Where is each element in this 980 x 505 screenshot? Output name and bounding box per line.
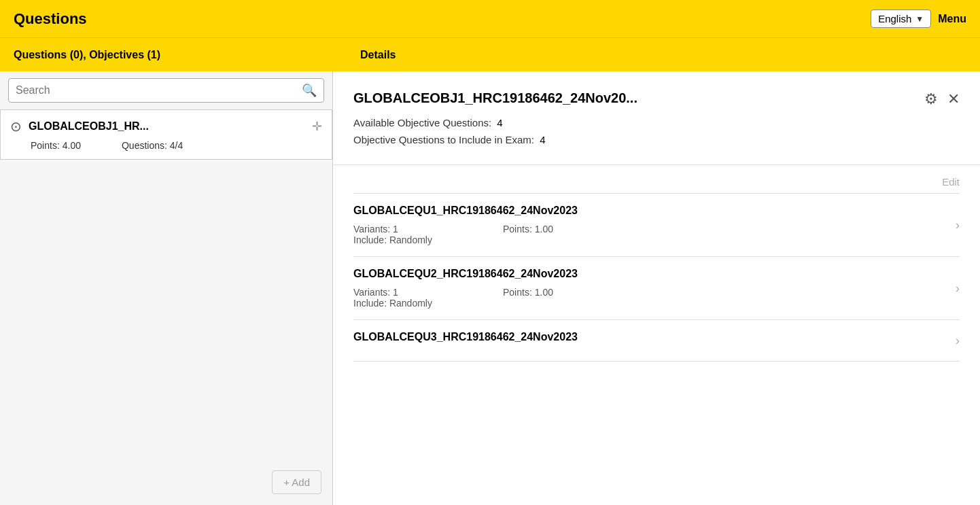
points-value: 4.00 — [63, 140, 81, 151]
question-item[interactable]: GLOBALCEQU2_HRC19186462_24Nov2023 Varian… — [353, 256, 960, 319]
points-row: Points: 1.00 — [503, 224, 960, 234]
detail-header: GLOBALCEOBJ1_HRC19186462_24Nov20... ⚙ ✕ … — [333, 71, 980, 165]
objective-name: GLOBALCEOBJ1_HR... — [29, 120, 305, 133]
objective-questions: Questions: 4/4 — [122, 140, 183, 151]
objective-list-item[interactable]: ⊙ GLOBALCEOBJ1_HR... ✛ Points: 4.00 Ques… — [0, 109, 332, 160]
chevron-down-icon: ▼ — [915, 14, 924, 24]
edit-button[interactable]: Edit — [942, 176, 960, 188]
question-meta-col2: Points: 1.00 — [503, 224, 960, 245]
include-questions-row: Objective Questions to Include in Exam: … — [353, 134, 960, 145]
sub-header-left-label: Questions (0), Objectives (1) — [14, 49, 347, 61]
chevron-right-icon: › — [956, 334, 960, 348]
question-meta-col1: Variants: 1 Include: Randomly — [353, 224, 503, 245]
variants-row: Variants: 1 — [353, 287, 503, 298]
include-row: Include: Randomly — [353, 298, 503, 309]
question-meta: Variants: 1 Include: Randomly Points: 1.… — [353, 287, 960, 309]
points-value: 1.00 — [535, 224, 553, 234]
menu-button[interactable]: Menu — [938, 13, 966, 25]
questions-label: Questions: — [122, 140, 167, 151]
include-value: Randomly — [389, 298, 432, 309]
question-item[interactable]: GLOBALCEQU3_HRC19186462_24Nov2023 › — [353, 319, 960, 362]
left-panel: 🔍 ⊙ GLOBALCEOBJ1_HR... ✛ Points: 4.00 Qu… — [0, 71, 333, 505]
variants-value: 1 — [393, 287, 398, 298]
sub-header: Questions (0), Objectives (1) Details — [0, 37, 980, 71]
app-title: Questions — [14, 10, 87, 28]
search-icon[interactable]: 🔍 — [302, 83, 317, 98]
sub-header-right-label: Details — [347, 49, 396, 61]
points-label: Points: — [503, 287, 535, 298]
available-questions-row: Available Objective Questions: 4 — [353, 117, 960, 128]
right-panel: GLOBALCEOBJ1_HRC19186462_24Nov20... ⚙ ✕ … — [333, 71, 980, 505]
available-value: 4 — [497, 117, 502, 128]
available-label: Available Objective Questions: — [353, 117, 491, 128]
question-meta-col1: Variants: 1 Include: Randomly — [353, 287, 503, 309]
include-label: Objective Questions to Include in Exam: — [353, 134, 534, 145]
search-input[interactable] — [16, 84, 302, 97]
points-label: Points: — [503, 224, 535, 234]
add-button-area: + Add — [272, 470, 321, 494]
add-button[interactable]: + Add — [272, 470, 321, 494]
objective-points: Points: 4.00 — [31, 140, 81, 151]
detail-title: GLOBALCEOBJ1_HRC19186462_24Nov20... — [353, 90, 960, 106]
close-icon[interactable]: ✕ — [947, 90, 960, 108]
search-container: 🔍 — [0, 71, 332, 109]
include-value: 4 — [540, 134, 545, 145]
points-label: Points: — [31, 140, 60, 151]
objective-meta: Points: 4.00 Questions: 4/4 — [10, 140, 322, 151]
variants-value: 1 — [393, 224, 398, 234]
question-meta-col2: Points: 1.00 — [503, 287, 960, 309]
points-row: Points: 1.00 — [503, 287, 960, 298]
edit-row: Edit — [353, 165, 960, 193]
search-input-wrapper: 🔍 — [8, 78, 324, 103]
question-title: GLOBALCEQU3_HRC19186462_24Nov2023 — [353, 331, 960, 343]
include-value: Randomly — [389, 234, 432, 245]
include-label: Include: — [353, 298, 389, 309]
question-item[interactable]: GLOBALCEQU1_HRC19186462_24Nov2023 Varian… — [353, 193, 960, 256]
language-label: English — [878, 13, 911, 24]
objective-icon: ⊙ — [10, 118, 22, 135]
top-header: Questions English ▼ Menu — [0, 0, 980, 37]
drag-handle-icon[interactable]: ✛ — [312, 119, 322, 134]
question-meta: Variants: 1 Include: Randomly Points: 1.… — [353, 224, 960, 245]
variants-label: Variants: — [353, 224, 393, 234]
detail-header-icons: ⚙ ✕ — [924, 90, 960, 108]
include-row: Include: Randomly — [353, 234, 503, 245]
chevron-right-icon: › — [956, 281, 960, 296]
variants-row: Variants: 1 — [353, 224, 503, 234]
objective-item-header: ⊙ GLOBALCEOBJ1_HR... ✛ — [10, 118, 322, 135]
points-value: 1.00 — [535, 287, 553, 298]
variants-label: Variants: — [353, 287, 393, 298]
include-label: Include: — [353, 234, 389, 245]
question-title: GLOBALCEQU2_HRC19186462_24Nov2023 — [353, 268, 960, 280]
chevron-right-icon: › — [956, 218, 960, 232]
language-selector[interactable]: English ▼ — [871, 10, 931, 28]
main-layout: 🔍 ⊙ GLOBALCEOBJ1_HR... ✛ Points: 4.00 Qu… — [0, 71, 980, 505]
question-title: GLOBALCEQU1_HRC19186462_24Nov2023 — [353, 205, 960, 217]
questions-value: 4/4 — [170, 140, 183, 151]
questions-list: GLOBALCEQU1_HRC19186462_24Nov2023 Varian… — [353, 193, 960, 362]
questions-section: Edit GLOBALCEQU1_HRC19186462_24Nov2023 V… — [333, 165, 980, 362]
header-right: English ▼ Menu — [871, 10, 966, 28]
gear-icon[interactable]: ⚙ — [924, 90, 938, 108]
